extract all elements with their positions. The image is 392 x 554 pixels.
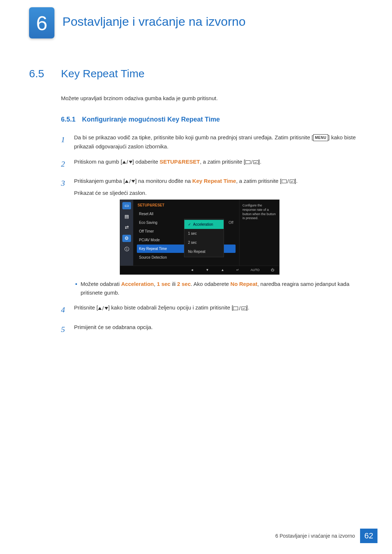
auto-label: AUTO [250,267,260,273]
step-text: Prikazat će se sljedeći zaslon. [74,188,363,198]
enter-icon: / [282,177,295,186]
chapter-number-badge: 6 [29,7,54,38]
step-text: , a zatim pritisnite [ [236,178,281,184]
step-1: 1 Da bi se prikazao vodič za tipke, prit… [61,133,363,151]
subsection-title: Konfiguriranje mogućnosti Key Repeat Tim… [82,116,220,123]
up-down-icon: / [122,157,132,167]
osd-popup-item: 1 sec [184,229,224,238]
osd-heading: SETUP&RESET [137,202,236,208]
step-text: Da bi se prikazao vodič za tipke, pritis… [74,134,313,140]
down-icon: ▼ [205,267,210,273]
page-number: 62 [360,529,377,543]
step-text: ] na monitoru dođite na [135,178,192,184]
keyword: No Repeat [230,281,257,287]
power-icon: ⏻ [270,267,275,273]
enter-icon: ↵ [235,267,240,273]
keyword: 2 sec [177,281,191,287]
section-title: Key Repeat Time [61,67,144,80]
osd-popup-item: Acceleration [184,220,224,229]
step-text: ]. [246,304,249,311]
step-text: , a zatim pritisnite [ [200,159,245,165]
osd-nav-rail: ▭ ▤ ⇄ ⚙ ⓘ [120,200,133,266]
step-number: 4 [61,303,68,316]
note-list: Možete odabrati Acceleration, 1 sec ili … [74,280,363,297]
osd-footer: ◄ ▼ ▲ ↵ AUTO ⏻ [120,266,279,274]
step-text: ]. [295,178,298,184]
up-down-icon: / [98,304,108,313]
source-icon: ⇄ [122,224,131,231]
keyword: Acceleration [121,281,154,287]
enter-icon: / [245,157,258,167]
osd-screenshot: ▭ ▤ ⇄ ⚙ ⓘ SETUP&RESET Reset AllEco Savin… [120,200,363,275]
keyword: Key Repeat Time [192,178,236,184]
subsection-heading: 6.5.1 Konfiguriranje mogućnosti Key Repe… [61,116,363,123]
step-number: 5 [61,323,68,336]
up-down-icon: / [125,177,135,186]
step-number: 3 [61,176,68,297]
menu-button-label: MENU [313,134,328,141]
footer-text: 6 Postavljanje i vraćanje na izvorno [275,533,360,539]
page-footer: 6 Postavljanje i vraćanje na izvorno 62 [275,529,377,543]
osd-popup: Acceleration1 sec2 secNo Repeat [184,219,224,257]
step-text: Pritiskom na gumb [ [74,159,122,165]
section-heading: 6.5 Key Repeat Time [29,67,363,80]
step-text: ] odaberite [132,159,160,165]
settings-icon: ⚙ [122,235,131,242]
step-number: 2 [61,157,68,171]
step-4: 4 Pritisnite [ / ] kako biste odabrali ž… [61,303,363,316]
chapter-title: Postavljanje i vraćanje na izvorno [62,7,246,29]
step-text: Pritiskanjem gumba [ [74,178,125,184]
up-icon: ▲ [220,267,225,273]
osd-popup-item: No Repeat [184,247,224,256]
enter-icon: / [233,304,246,313]
subsection-number: 6.5.1 [61,116,75,123]
step-text: ]. [258,159,261,165]
osd-menu-item: Reset All [137,210,236,218]
osd-popup-item: 2 sec [184,238,224,247]
info-icon: ⓘ [122,246,131,253]
keyword: 1 sec [157,281,171,287]
step-number: 1 [61,133,68,151]
step-text: ] kako biste odabrali željenu opciju i z… [108,304,233,311]
chapter-header: 6 Postavljanje i vraćanje na izvorno [29,0,363,38]
step-2: 2 Pritiskom na gumb [ / ] odaberite SETU… [61,157,363,171]
osd-description: Configure the response rate of a button … [239,200,279,266]
section-number: 6.5 [29,67,52,80]
step-text: Primijenit će se odabrana opcija. [74,323,363,336]
section-intro: Možete upravljati brzinom odaziva gumba … [61,94,363,103]
step-3: 3 Pritiskanjem gumba [ / ] na monitoru d… [61,176,363,297]
keyword: SETUP&RESET [160,159,200,165]
step-5: 5 Primijenit će se odabrana opcija. [61,323,363,336]
note-item: Možete odabrati Acceleration, 1 sec ili … [74,280,363,297]
left-icon: ◄ [189,267,195,273]
monitor-icon: ▭ [122,202,131,209]
steps-list: 1 Da bi se prikazao vodič za tipke, prit… [61,133,363,336]
picture-icon: ▤ [122,213,131,220]
step-text: Pritisnite [ [74,304,98,311]
